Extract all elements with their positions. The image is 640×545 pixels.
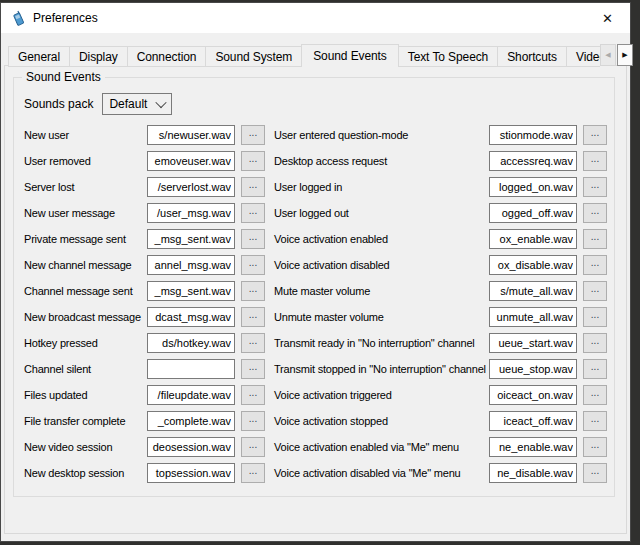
sound-file-input[interactable] — [147, 359, 235, 379]
tab-scroll-right-button[interactable]: ▶ — [617, 44, 633, 66]
event-label: Files updated — [24, 389, 147, 401]
browse-button[interactable]: ... — [583, 151, 607, 171]
browse-button[interactable]: ... — [583, 177, 607, 197]
event-label: Voice activation enabled via "Me" menu — [265, 441, 489, 453]
browse-button[interactable]: ... — [241, 359, 265, 379]
tab-connection[interactable]: Connection — [127, 46, 207, 67]
sounds-pack-select[interactable]: Default — [102, 93, 172, 115]
browse-button[interactable]: ... — [583, 281, 607, 301]
browse-cell: ... — [235, 255, 265, 275]
browse-button[interactable]: ... — [583, 255, 607, 275]
browse-cell: ... — [577, 281, 607, 301]
browse-button[interactable]: ... — [583, 437, 607, 457]
tab-label: General — [18, 50, 60, 64]
sound-file-input[interactable] — [489, 333, 577, 353]
browse-button[interactable]: ... — [241, 177, 265, 197]
sound-file-input[interactable] — [489, 385, 577, 405]
chevron-left-icon: ◀ — [605, 51, 610, 59]
sound-file-input[interactable] — [489, 125, 577, 145]
browse-button[interactable]: ... — [241, 333, 265, 353]
sound-events-group: Sound Events Sounds pack Default New use… — [13, 77, 615, 497]
browse-button[interactable]: ... — [241, 229, 265, 249]
sound-file-input[interactable] — [147, 463, 235, 483]
browse-button[interactable]: ... — [241, 255, 265, 275]
event-label: New broadcast message — [24, 311, 147, 323]
browse-button[interactable]: ... — [241, 385, 265, 405]
sound-file-input[interactable] — [147, 333, 235, 353]
browse-cell: ... — [577, 333, 607, 353]
sound-file-input[interactable] — [489, 203, 577, 223]
event-label: New video session — [24, 441, 147, 453]
browse-button[interactable]: ... — [241, 203, 265, 223]
browse-button[interactable]: ... — [583, 333, 607, 353]
tab-video[interactable]: Video — [566, 46, 600, 67]
preferences-dialog: Preferences ✕ GeneralDisplayConnectionSo… — [0, 2, 631, 542]
browse-button[interactable]: ... — [241, 151, 265, 171]
tab-sound-system[interactable]: Sound System — [205, 46, 302, 67]
browse-cell: ... — [235, 437, 265, 457]
sound-file-input[interactable] — [147, 229, 235, 249]
browse-button[interactable]: ... — [241, 281, 265, 301]
sound-file-input[interactable] — [489, 463, 577, 483]
browse-button[interactable]: ... — [583, 125, 607, 145]
sound-file-input[interactable] — [147, 281, 235, 301]
sound-file-input[interactable] — [489, 437, 577, 457]
browse-cell: ... — [577, 203, 607, 223]
sound-file-input[interactable] — [147, 203, 235, 223]
browse-button[interactable]: ... — [241, 437, 265, 457]
browse-button[interactable]: ... — [241, 411, 265, 431]
browse-button[interactable]: ... — [583, 203, 607, 223]
browse-button[interactable]: ... — [583, 359, 607, 379]
browse-button[interactable]: ... — [583, 229, 607, 249]
sound-file-input[interactable] — [147, 307, 235, 327]
sound-file-input[interactable] — [147, 125, 235, 145]
sound-file-input[interactable] — [147, 151, 235, 171]
browse-cell: ... — [235, 411, 265, 431]
sound-file-input[interactable] — [147, 411, 235, 431]
chevron-down-icon — [156, 97, 167, 108]
tab-sound-events[interactable]: Sound Events — [301, 44, 399, 67]
tab-label: Text To Speech — [408, 50, 488, 64]
event-label: New user — [24, 129, 147, 141]
browse-cell: ... — [235, 229, 265, 249]
browse-button[interactable]: ... — [583, 307, 607, 327]
tab-scroll-left-button[interactable]: ◀ — [600, 44, 616, 66]
sound-file-input[interactable] — [147, 437, 235, 457]
browse-button[interactable]: ... — [583, 385, 607, 405]
browse-button[interactable]: ... — [583, 411, 607, 431]
sound-file-input[interactable] — [489, 359, 577, 379]
close-button[interactable]: ✕ — [585, 3, 630, 33]
browse-cell: ... — [235, 333, 265, 353]
tab-display[interactable]: Display — [69, 46, 128, 67]
browse-cell: ... — [577, 359, 607, 379]
sound-file-input[interactable] — [147, 177, 235, 197]
sound-file-input[interactable] — [489, 177, 577, 197]
browse-button[interactable]: ... — [241, 463, 265, 483]
tab-general[interactable]: General — [8, 46, 70, 67]
event-label: User removed — [24, 155, 147, 167]
sound-file-input[interactable] — [489, 255, 577, 275]
sound-file-input[interactable] — [147, 255, 235, 275]
sound-file-input[interactable] — [489, 151, 577, 171]
browse-cell: ... — [235, 307, 265, 327]
sound-file-input[interactable] — [489, 229, 577, 249]
browse-cell: ... — [235, 359, 265, 379]
tab-shortcuts[interactable]: Shortcuts — [497, 46, 567, 67]
group-title: Sound Events — [22, 70, 105, 84]
event-label: File transfer complete — [24, 415, 147, 427]
browse-button[interactable]: ... — [241, 307, 265, 327]
tab-text-to-speech[interactable]: Text To Speech — [398, 46, 498, 67]
tab-label: Connection — [137, 50, 197, 64]
browse-button[interactable]: ... — [241, 125, 265, 145]
sound-file-input[interactable] — [489, 411, 577, 431]
sound-file-input[interactable] — [147, 385, 235, 405]
browse-cell: ... — [577, 385, 607, 405]
event-label: Voice activation disabled — [265, 259, 489, 271]
sound-file-input[interactable] — [489, 281, 577, 301]
browse-button[interactable]: ... — [583, 463, 607, 483]
browse-cell: ... — [235, 463, 265, 483]
sound-file-input[interactable] — [489, 307, 577, 327]
tab-label: Sound Events — [313, 49, 387, 63]
tab-label: Video — [576, 50, 600, 64]
event-label: Server lost — [24, 181, 147, 193]
